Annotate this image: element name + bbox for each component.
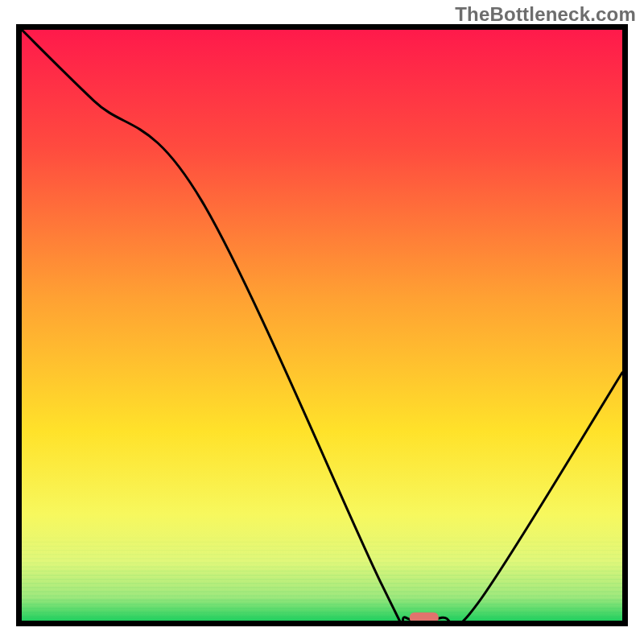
plot-area xyxy=(16,24,628,626)
chart-stage: TheBottleneck.com xyxy=(0,0,644,644)
min-marker xyxy=(22,30,622,621)
svg-rect-21 xyxy=(410,613,439,621)
watermark-text: TheBottleneck.com xyxy=(455,3,636,26)
